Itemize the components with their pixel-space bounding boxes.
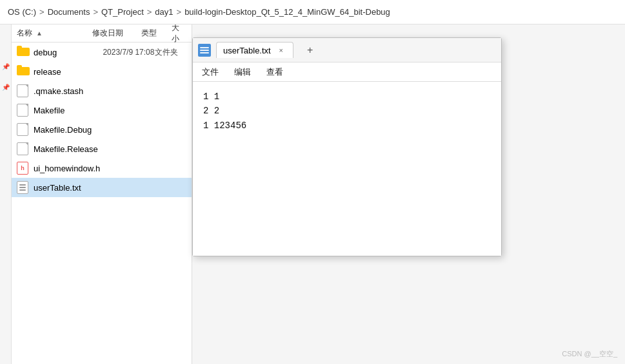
file-list: 名称 ▲ 修改日期 类型 大小 debug 2023/7/9 17:08 文件夹… bbox=[12, 24, 192, 364]
h-file-icon: h bbox=[17, 162, 30, 175]
file-explorer: OS (C:) > Documents > QT_Project > day1 … bbox=[0, 0, 625, 364]
notepad-menu-edit[interactable]: 编辑 bbox=[232, 65, 253, 79]
explorer-body: 📌 📌 名称 ▲ 修改日期 类型 大小 debug 2023/7/9 17:08… bbox=[0, 24, 625, 364]
notepad-menu-view[interactable]: 查看 bbox=[264, 65, 286, 79]
list-item[interactable]: Makefile.Release bbox=[12, 139, 192, 158]
generic-file-icon bbox=[17, 142, 30, 155]
right-area: userTable.txt × + 文件 编辑 查看 1 1 2 2 1 123… bbox=[192, 24, 625, 364]
file-name: Makefile.Release bbox=[34, 144, 103, 154]
file-name: Makefile.Debug bbox=[34, 125, 103, 135]
folder-icon bbox=[17, 65, 30, 78]
breadcrumb-item-4[interactable]: build-login-Desktop_Qt_5_12_4_MinGW_64_b… bbox=[184, 7, 390, 17]
generic-file-icon bbox=[17, 123, 30, 136]
breadcrumb: OS (C:) > Documents > QT_Project > day1 … bbox=[0, 0, 625, 24]
file-name: ui_homewindow.h bbox=[34, 164, 103, 173]
breadcrumb-sep-3: > bbox=[177, 7, 182, 17]
generic-file-icon bbox=[17, 84, 30, 97]
breadcrumb-sep-1: > bbox=[93, 7, 98, 17]
col-size-header: 大小 bbox=[172, 24, 186, 44]
sort-arrow-icon: ▲ bbox=[36, 30, 43, 37]
breadcrumb-item-2[interactable]: QT_Project bbox=[101, 7, 144, 17]
col-name-header: 名称 ▲ bbox=[17, 28, 92, 39]
txt-file-icon bbox=[17, 181, 30, 194]
breadcrumb-sep-2: > bbox=[147, 7, 152, 17]
breadcrumb-sep-0: > bbox=[39, 7, 45, 17]
pin-icon-2[interactable]: 📌 bbox=[2, 84, 10, 91]
list-item[interactable]: userTable.txt bbox=[12, 178, 192, 197]
watermark: CSDN @__空空_ bbox=[562, 349, 617, 359]
notepad-close-button[interactable]: × bbox=[276, 45, 286, 55]
notepad-app-icon bbox=[198, 44, 211, 57]
list-item[interactable]: Makefile bbox=[12, 101, 192, 120]
notepad-tab-title: userTable.txt bbox=[223, 46, 271, 55]
list-item[interactable]: h ui_homewindow.h bbox=[12, 158, 192, 178]
list-item[interactable]: debug 2023/7/9 17:08 文件夹 bbox=[12, 43, 192, 62]
file-name: .qmake.stash bbox=[34, 86, 103, 96]
generic-file-icon bbox=[17, 104, 30, 117]
notepad-line-2: 2 2 bbox=[203, 104, 491, 118]
file-name: userTable.txt bbox=[34, 183, 103, 193]
breadcrumb-item-0[interactable]: OS (C:) bbox=[8, 7, 36, 17]
pin-icon-1[interactable]: 📌 bbox=[2, 63, 10, 71]
notepad-line-3: 1 123456 bbox=[203, 119, 491, 133]
notepad-menu-file[interactable]: 文件 bbox=[199, 65, 221, 79]
column-headers: 名称 ▲ 修改日期 类型 大小 bbox=[12, 24, 192, 43]
folder-icon bbox=[17, 46, 30, 59]
col-type-header: 类型 bbox=[141, 28, 172, 39]
breadcrumb-item-1[interactable]: Documents bbox=[48, 7, 90, 17]
notepad-window: userTable.txt × + 文件 编辑 查看 1 1 2 2 1 123… bbox=[192, 37, 502, 256]
list-item[interactable]: .qmake.stash bbox=[12, 81, 192, 101]
notepad-line-1: 1 1 bbox=[203, 90, 491, 104]
list-item[interactable]: Makefile.Debug bbox=[12, 120, 192, 139]
notepad-menu: 文件 编辑 查看 bbox=[193, 62, 501, 82]
col-date-header: 修改日期 bbox=[92, 28, 141, 39]
file-name: debug bbox=[34, 48, 103, 57]
notepad-new-tab-button[interactable]: + bbox=[301, 41, 319, 59]
breadcrumb-item-3[interactable]: day1 bbox=[155, 7, 173, 17]
file-name: release bbox=[34, 67, 103, 77]
sidebar-nav: 📌 📌 bbox=[0, 24, 12, 364]
file-date: 2023/7/9 17:08 bbox=[103, 48, 154, 57]
notepad-tab[interactable]: userTable.txt × bbox=[216, 42, 293, 58]
file-name: Makefile bbox=[34, 106, 103, 115]
file-type: 文件夹 bbox=[155, 47, 186, 58]
notepad-titlebar: userTable.txt × + bbox=[193, 38, 501, 62]
list-item[interactable]: release bbox=[12, 62, 192, 81]
notepad-content: 1 1 2 2 1 123456 bbox=[193, 82, 501, 256]
